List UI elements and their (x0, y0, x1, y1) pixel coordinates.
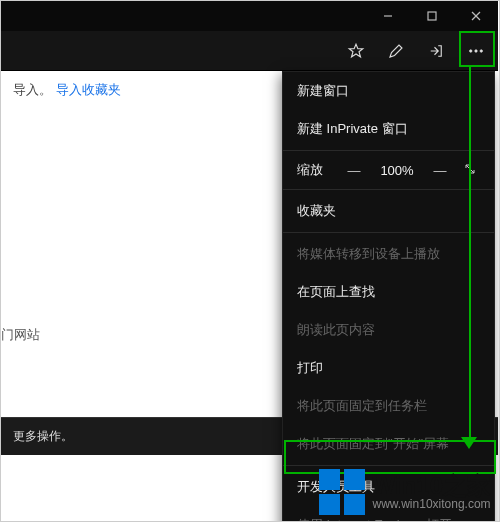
menu-separator (283, 189, 494, 190)
watermark: Win10之家 www.win10xitong.com (319, 469, 491, 515)
menu-zoom-row: 缩放 — 100% — (283, 153, 494, 187)
zoom-label: 缩放 (297, 161, 334, 179)
svg-point-6 (475, 49, 477, 51)
minimize-button[interactable] (366, 1, 410, 31)
svg-point-5 (470, 49, 472, 51)
menu-favorites[interactable]: 收藏夹 (283, 192, 494, 230)
maximize-icon (426, 10, 438, 22)
favorites-button[interactable] (338, 33, 374, 69)
import-hint-suffix: 导入。 (13, 82, 52, 97)
import-favorites-link[interactable]: 导入收藏夹 (56, 82, 121, 97)
fullscreen-icon (464, 163, 476, 175)
menu-read-aloud: 朗读此页内容 (283, 311, 494, 349)
menu-pin-start: 将此页面固定到"开始"屏幕 (283, 425, 494, 463)
menu-new-inprivate[interactable]: 新建 InPrivate 窗口 (283, 110, 494, 148)
close-button[interactable] (454, 1, 498, 31)
fullscreen-button[interactable] (460, 163, 480, 178)
svg-marker-4 (349, 44, 363, 57)
window-titlebar (1, 1, 498, 31)
menu-separator (283, 232, 494, 233)
maximize-button[interactable] (410, 1, 454, 31)
share-button[interactable] (418, 33, 454, 69)
share-icon (427, 42, 445, 60)
menu-separator (283, 150, 494, 151)
menu-print[interactable]: 打印 (283, 349, 494, 387)
star-icon (347, 42, 365, 60)
watermark-title: Win10之家 (373, 473, 491, 498)
minimize-icon (382, 10, 394, 22)
menu-pin-taskbar: 将此页面固定到任务栏 (283, 387, 494, 425)
windows-logo-icon (319, 469, 365, 515)
popular-sites-label: 门网站 (1, 326, 40, 344)
menu-find[interactable]: 在页面上查找 (283, 273, 494, 311)
more-menu: 新建窗口 新建 InPrivate 窗口 缩放 — 100% — 收藏夹 将媒体… (282, 71, 495, 522)
more-icon (467, 42, 485, 60)
zoom-in-button[interactable]: — (430, 163, 450, 178)
menu-new-window[interactable]: 新建窗口 (283, 72, 494, 110)
watermark-url: www.win10xitong.com (373, 498, 491, 511)
zoom-out-button[interactable]: — (344, 163, 364, 178)
pen-icon (387, 42, 405, 60)
menu-separator (283, 465, 494, 466)
more-button[interactable] (458, 33, 494, 69)
svg-rect-1 (428, 12, 436, 20)
browser-toolbar (1, 31, 498, 71)
close-icon (470, 10, 482, 22)
zoom-value: 100% (374, 163, 420, 178)
menu-cast: 将媒体转移到设备上播放 (283, 235, 494, 273)
notes-button[interactable] (378, 33, 414, 69)
svg-point-7 (480, 49, 482, 51)
